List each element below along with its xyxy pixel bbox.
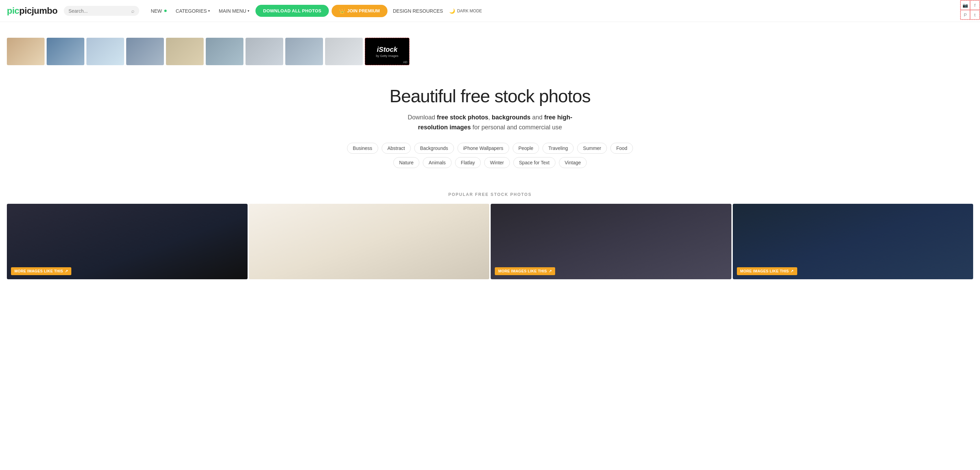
tag-business[interactable]: Business (347, 143, 378, 154)
photo-image-2 (249, 204, 490, 279)
tag-people[interactable]: People (512, 143, 539, 154)
tag-winter[interactable]: Winter (484, 157, 509, 168)
ad-thumbnail-strip: iStock by Getty Images AD (0, 34, 980, 69)
main-menu-arrow-icon: ▾ (248, 9, 249, 13)
tag-nature[interactable]: Nature (393, 157, 419, 168)
tag-abstract[interactable]: Abstract (382, 143, 411, 154)
nav-links: NEW CATEGORIES ▾ MAIN MENU ▾ (148, 6, 253, 16)
pinterest-icon[interactable]: P (961, 10, 970, 19)
join-premium-button[interactable]: 👑 JOIN PREMIUM (332, 5, 387, 17)
external-link-icon-4: ↗ (791, 269, 794, 273)
tag-summer[interactable]: Summer (577, 143, 607, 154)
ad-thumb-2[interactable] (47, 38, 84, 65)
hero-subtitle: Download free stock photos, backgrounds … (394, 113, 586, 132)
ad-thumb-3[interactable] (86, 38, 124, 65)
site-logo[interactable]: picpicjumbo (7, 5, 57, 16)
tag-animals[interactable]: Animals (423, 157, 452, 168)
search-button[interactable]: ⌕ (131, 8, 134, 14)
ad-badge: AD (403, 61, 407, 64)
photo-card-4[interactable]: MORE IMAGES LIKE THIS ↗ (733, 204, 974, 279)
tag-food[interactable]: Food (610, 143, 633, 154)
ad-thumb-4[interactable] (126, 38, 164, 65)
istock-subtitle: by Getty Images (376, 54, 398, 57)
search-input[interactable] (68, 8, 131, 14)
nav-design-resources[interactable]: DESIGN RESOURCES (393, 8, 443, 14)
ad-thumb-8[interactable] (285, 38, 323, 65)
instagram-icon[interactable]: 📷 (961, 0, 970, 10)
photos-grid: MORE IMAGES LIKE THIS ↗ MORE IMAGES LIKE… (7, 204, 973, 279)
social-icons-group: 📷 f P t (960, 0, 980, 20)
photo-card-3[interactable]: MORE IMAGES LIKE THIS ↗ (491, 204, 732, 279)
nav-categories[interactable]: CATEGORIES ▾ (172, 6, 213, 16)
new-dot (164, 10, 167, 12)
ad-thumb-7[interactable] (245, 38, 283, 65)
navbar: picpicjumbo ⌕ NEW CATEGORIES ▾ MAIN MENU… (0, 0, 980, 22)
twitter-icon[interactable]: t (970, 10, 980, 19)
dark-mode-toggle[interactable]: 🌙 DARK MODE (446, 7, 485, 15)
tag-vintage[interactable]: Vintage (559, 157, 587, 168)
external-link-icon-1: ↗ (65, 269, 68, 273)
crown-icon: 👑 (339, 8, 345, 14)
categories-arrow-icon: ▾ (208, 9, 210, 13)
ad-thumb-6[interactable] (206, 38, 243, 65)
hero-title: Beautiful free stock photos (7, 86, 973, 106)
tag-traveling[interactable]: Traveling (542, 143, 574, 154)
download-all-button[interactable]: DOWNLOAD ALL PHOTOS (255, 5, 329, 17)
facebook-icon[interactable]: f (970, 0, 980, 10)
hero-section: Beautiful free stock photos Download fre… (0, 69, 980, 192)
tag-flatlay[interactable]: Flatlay (455, 157, 481, 168)
istock-logo: iStock (377, 46, 398, 54)
nav-new[interactable]: NEW (148, 6, 170, 16)
moon-icon: 🌙 (449, 8, 455, 14)
ad-thumb-1[interactable] (7, 38, 45, 65)
photo-card-2[interactable] (249, 204, 490, 279)
tag-space-for-text[interactable]: Space for Text (513, 157, 555, 168)
tag-iphone-wallpapers[interactable]: iPhone Wallpapers (457, 143, 509, 154)
external-link-icon-3: ↗ (549, 269, 552, 273)
ad-thumb-9[interactable] (325, 38, 363, 65)
more-badge-4[interactable]: MORE IMAGES LIKE THIS ↗ (737, 267, 797, 275)
photo-card-1[interactable]: MORE IMAGES LIKE THIS ↗ (7, 204, 248, 279)
popular-section: POPULAR FREE STOCK PHOTOS MORE IMAGES LI… (0, 192, 980, 290)
ad-thumb-5[interactable] (166, 38, 204, 65)
istock-ad-banner[interactable]: iStock by Getty Images AD (365, 38, 409, 65)
search-bar: ⌕ (64, 6, 139, 16)
nav-main-menu[interactable]: MAIN MENU ▾ (215, 6, 253, 16)
tags-container: Business Abstract Backgrounds iPhone Wal… (336, 143, 644, 168)
more-badge-3[interactable]: MORE IMAGES LIKE THIS ↗ (495, 267, 555, 275)
tag-backgrounds[interactable]: Backgrounds (414, 143, 454, 154)
popular-label: POPULAR FREE STOCK PHOTOS (7, 192, 973, 197)
more-badge-1[interactable]: MORE IMAGES LIKE THIS ↗ (11, 267, 71, 275)
